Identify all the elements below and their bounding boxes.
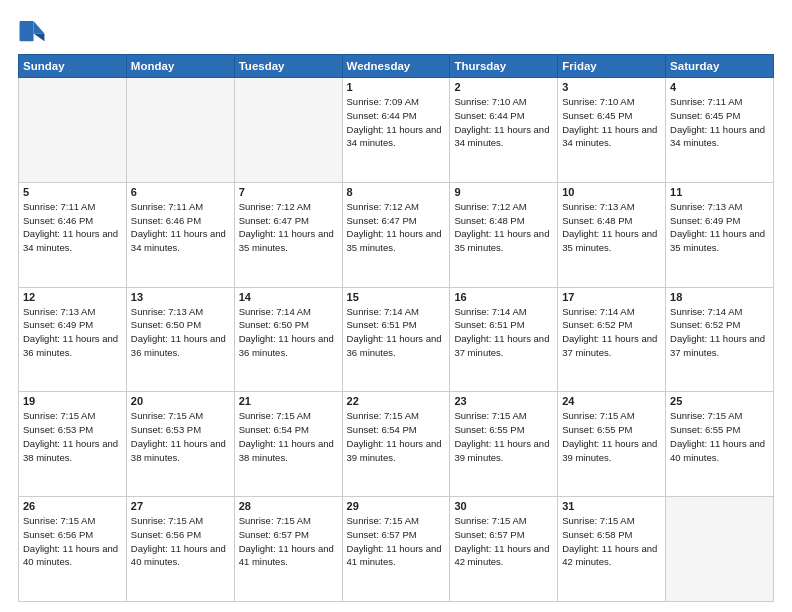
day-number: 9 bbox=[454, 186, 553, 198]
day-cell: 23Sunrise: 7:15 AM Sunset: 6:55 PM Dayli… bbox=[450, 392, 558, 497]
day-cell bbox=[234, 78, 342, 183]
day-info: Sunrise: 7:15 AM Sunset: 6:56 PM Dayligh… bbox=[23, 514, 122, 569]
day-number: 20 bbox=[131, 395, 230, 407]
day-cell: 15Sunrise: 7:14 AM Sunset: 6:51 PM Dayli… bbox=[342, 287, 450, 392]
week-row-5: 26Sunrise: 7:15 AM Sunset: 6:56 PM Dayli… bbox=[19, 497, 774, 602]
day-info: Sunrise: 7:14 AM Sunset: 6:52 PM Dayligh… bbox=[670, 305, 769, 360]
day-info: Sunrise: 7:10 AM Sunset: 6:45 PM Dayligh… bbox=[562, 95, 661, 150]
day-number: 2 bbox=[454, 81, 553, 93]
weekday-header-saturday: Saturday bbox=[666, 55, 774, 78]
svg-marker-0 bbox=[34, 21, 45, 33]
week-row-2: 5Sunrise: 7:11 AM Sunset: 6:46 PM Daylig… bbox=[19, 182, 774, 287]
day-number: 11 bbox=[670, 186, 769, 198]
day-info: Sunrise: 7:14 AM Sunset: 6:52 PM Dayligh… bbox=[562, 305, 661, 360]
day-cell bbox=[666, 497, 774, 602]
day-number: 7 bbox=[239, 186, 338, 198]
day-number: 28 bbox=[239, 500, 338, 512]
day-number: 23 bbox=[454, 395, 553, 407]
day-cell: 4Sunrise: 7:11 AM Sunset: 6:45 PM Daylig… bbox=[666, 78, 774, 183]
day-number: 16 bbox=[454, 291, 553, 303]
day-cell: 2Sunrise: 7:10 AM Sunset: 6:44 PM Daylig… bbox=[450, 78, 558, 183]
day-number: 17 bbox=[562, 291, 661, 303]
day-cell: 11Sunrise: 7:13 AM Sunset: 6:49 PM Dayli… bbox=[666, 182, 774, 287]
day-number: 30 bbox=[454, 500, 553, 512]
day-info: Sunrise: 7:14 AM Sunset: 6:51 PM Dayligh… bbox=[347, 305, 446, 360]
day-info: Sunrise: 7:14 AM Sunset: 6:50 PM Dayligh… bbox=[239, 305, 338, 360]
day-number: 6 bbox=[131, 186, 230, 198]
day-number: 10 bbox=[562, 186, 661, 198]
day-number: 4 bbox=[670, 81, 769, 93]
day-number: 1 bbox=[347, 81, 446, 93]
page: SundayMondayTuesdayWednesdayThursdayFrid… bbox=[0, 0, 792, 612]
week-row-1: 1Sunrise: 7:09 AM Sunset: 6:44 PM Daylig… bbox=[19, 78, 774, 183]
day-cell: 7Sunrise: 7:12 AM Sunset: 6:47 PM Daylig… bbox=[234, 182, 342, 287]
weekday-header-thursday: Thursday bbox=[450, 55, 558, 78]
day-number: 31 bbox=[562, 500, 661, 512]
day-cell: 14Sunrise: 7:14 AM Sunset: 6:50 PM Dayli… bbox=[234, 287, 342, 392]
svg-marker-1 bbox=[34, 34, 45, 42]
day-cell: 30Sunrise: 7:15 AM Sunset: 6:57 PM Dayli… bbox=[450, 497, 558, 602]
day-number: 19 bbox=[23, 395, 122, 407]
day-cell: 12Sunrise: 7:13 AM Sunset: 6:49 PM Dayli… bbox=[19, 287, 127, 392]
day-info: Sunrise: 7:15 AM Sunset: 6:57 PM Dayligh… bbox=[454, 514, 553, 569]
day-cell bbox=[126, 78, 234, 183]
weekday-header-tuesday: Tuesday bbox=[234, 55, 342, 78]
day-info: Sunrise: 7:15 AM Sunset: 6:57 PM Dayligh… bbox=[239, 514, 338, 569]
day-number: 22 bbox=[347, 395, 446, 407]
day-number: 5 bbox=[23, 186, 122, 198]
day-info: Sunrise: 7:12 AM Sunset: 6:47 PM Dayligh… bbox=[239, 200, 338, 255]
weekday-header-sunday: Sunday bbox=[19, 55, 127, 78]
day-info: Sunrise: 7:15 AM Sunset: 6:55 PM Dayligh… bbox=[454, 409, 553, 464]
day-number: 18 bbox=[670, 291, 769, 303]
day-cell: 6Sunrise: 7:11 AM Sunset: 6:46 PM Daylig… bbox=[126, 182, 234, 287]
day-number: 27 bbox=[131, 500, 230, 512]
day-number: 15 bbox=[347, 291, 446, 303]
day-cell: 5Sunrise: 7:11 AM Sunset: 6:46 PM Daylig… bbox=[19, 182, 127, 287]
day-cell: 24Sunrise: 7:15 AM Sunset: 6:55 PM Dayli… bbox=[558, 392, 666, 497]
day-cell: 19Sunrise: 7:15 AM Sunset: 6:53 PM Dayli… bbox=[19, 392, 127, 497]
day-info: Sunrise: 7:15 AM Sunset: 6:58 PM Dayligh… bbox=[562, 514, 661, 569]
day-info: Sunrise: 7:15 AM Sunset: 6:53 PM Dayligh… bbox=[23, 409, 122, 464]
day-number: 8 bbox=[347, 186, 446, 198]
day-info: Sunrise: 7:14 AM Sunset: 6:51 PM Dayligh… bbox=[454, 305, 553, 360]
day-number: 26 bbox=[23, 500, 122, 512]
day-number: 14 bbox=[239, 291, 338, 303]
day-cell: 20Sunrise: 7:15 AM Sunset: 6:53 PM Dayli… bbox=[126, 392, 234, 497]
day-cell: 3Sunrise: 7:10 AM Sunset: 6:45 PM Daylig… bbox=[558, 78, 666, 183]
svg-rect-2 bbox=[20, 21, 34, 41]
day-info: Sunrise: 7:15 AM Sunset: 6:57 PM Dayligh… bbox=[347, 514, 446, 569]
logo bbox=[18, 18, 50, 46]
day-info: Sunrise: 7:15 AM Sunset: 6:55 PM Dayligh… bbox=[670, 409, 769, 464]
calendar-table: SundayMondayTuesdayWednesdayThursdayFrid… bbox=[18, 54, 774, 602]
day-info: Sunrise: 7:15 AM Sunset: 6:53 PM Dayligh… bbox=[131, 409, 230, 464]
day-number: 29 bbox=[347, 500, 446, 512]
day-info: Sunrise: 7:12 AM Sunset: 6:48 PM Dayligh… bbox=[454, 200, 553, 255]
week-row-3: 12Sunrise: 7:13 AM Sunset: 6:49 PM Dayli… bbox=[19, 287, 774, 392]
day-info: Sunrise: 7:13 AM Sunset: 6:50 PM Dayligh… bbox=[131, 305, 230, 360]
day-info: Sunrise: 7:15 AM Sunset: 6:54 PM Dayligh… bbox=[347, 409, 446, 464]
weekday-header-row: SundayMondayTuesdayWednesdayThursdayFrid… bbox=[19, 55, 774, 78]
day-cell: 25Sunrise: 7:15 AM Sunset: 6:55 PM Dayli… bbox=[666, 392, 774, 497]
day-cell: 27Sunrise: 7:15 AM Sunset: 6:56 PM Dayli… bbox=[126, 497, 234, 602]
day-info: Sunrise: 7:15 AM Sunset: 6:56 PM Dayligh… bbox=[131, 514, 230, 569]
day-cell: 28Sunrise: 7:15 AM Sunset: 6:57 PM Dayli… bbox=[234, 497, 342, 602]
day-cell: 16Sunrise: 7:14 AM Sunset: 6:51 PM Dayli… bbox=[450, 287, 558, 392]
day-number: 3 bbox=[562, 81, 661, 93]
day-cell: 21Sunrise: 7:15 AM Sunset: 6:54 PM Dayli… bbox=[234, 392, 342, 497]
day-number: 21 bbox=[239, 395, 338, 407]
day-info: Sunrise: 7:15 AM Sunset: 6:54 PM Dayligh… bbox=[239, 409, 338, 464]
day-info: Sunrise: 7:13 AM Sunset: 6:49 PM Dayligh… bbox=[670, 200, 769, 255]
day-info: Sunrise: 7:09 AM Sunset: 6:44 PM Dayligh… bbox=[347, 95, 446, 150]
day-cell: 8Sunrise: 7:12 AM Sunset: 6:47 PM Daylig… bbox=[342, 182, 450, 287]
day-cell: 18Sunrise: 7:14 AM Sunset: 6:52 PM Dayli… bbox=[666, 287, 774, 392]
weekday-header-wednesday: Wednesday bbox=[342, 55, 450, 78]
day-cell: 10Sunrise: 7:13 AM Sunset: 6:48 PM Dayli… bbox=[558, 182, 666, 287]
day-info: Sunrise: 7:15 AM Sunset: 6:55 PM Dayligh… bbox=[562, 409, 661, 464]
day-cell: 26Sunrise: 7:15 AM Sunset: 6:56 PM Dayli… bbox=[19, 497, 127, 602]
day-cell: 9Sunrise: 7:12 AM Sunset: 6:48 PM Daylig… bbox=[450, 182, 558, 287]
day-info: Sunrise: 7:12 AM Sunset: 6:47 PM Dayligh… bbox=[347, 200, 446, 255]
day-info: Sunrise: 7:11 AM Sunset: 6:46 PM Dayligh… bbox=[131, 200, 230, 255]
day-info: Sunrise: 7:13 AM Sunset: 6:48 PM Dayligh… bbox=[562, 200, 661, 255]
day-number: 25 bbox=[670, 395, 769, 407]
weekday-header-monday: Monday bbox=[126, 55, 234, 78]
